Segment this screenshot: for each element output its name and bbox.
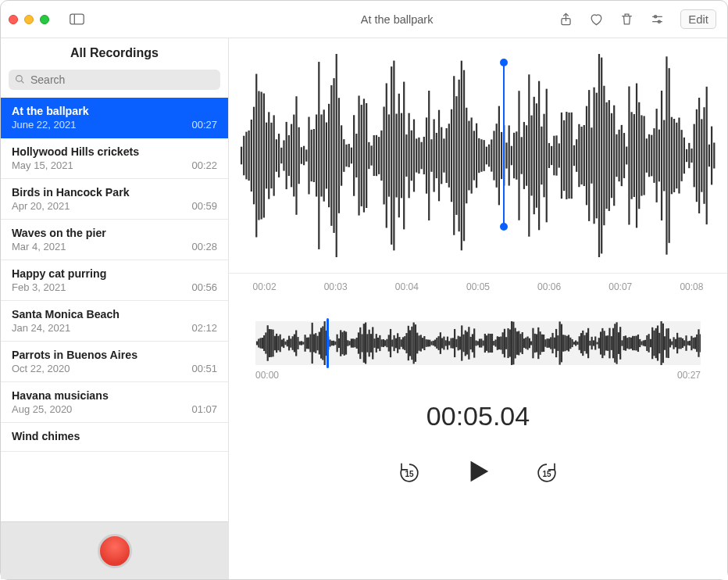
- recording-title: Santa Monica Beach: [12, 308, 217, 320]
- recording-date: June 22, 2021: [12, 119, 76, 131]
- waveform-detail[interactable]: [229, 38, 727, 273]
- svg-marker-449: [471, 461, 489, 482]
- recording-date: Aug 25, 2020: [12, 403, 72, 415]
- time-tick: 00:05: [442, 281, 513, 292]
- recording-list-item[interactable]: Happy cat purringFeb 3, 202100:56: [1, 260, 228, 301]
- recording-list-item[interactable]: Parrots in Buenos AiresOct 22, 202000:51: [1, 342, 228, 382]
- trash-icon[interactable]: [619, 12, 634, 27]
- skip-back-button[interactable]: 15: [398, 461, 421, 485]
- time-ruler: 00:0200:0300:0400:0500:0600:0700:08: [229, 273, 727, 299]
- playhead[interactable]: [503, 63, 505, 226]
- time-tick: 00:06: [514, 281, 585, 292]
- search-input[interactable]: [9, 70, 220, 90]
- overview-end-time: 00:27: [677, 370, 701, 381]
- titlebar: At the ballpark Edit: [1, 1, 727, 38]
- sidebar-title: All Recordings: [1, 38, 228, 65]
- recording-title: Happy cat purring: [12, 267, 217, 280]
- overview-start-time: 00:00: [255, 370, 279, 381]
- record-toolbar: [1, 521, 228, 579]
- minimize-window-button[interactable]: [24, 15, 34, 24]
- skip-forward-label: 15: [542, 470, 551, 478]
- favorite-icon[interactable]: [589, 12, 604, 27]
- overview-playhead[interactable]: [327, 318, 329, 368]
- recording-list-item[interactable]: Hollywood Hills cricketsMay 15, 202100:2…: [1, 138, 228, 179]
- recording-list-item[interactable]: Birds in Hancock ParkApr 20, 202100:59: [1, 179, 228, 220]
- settings-sliders-icon[interactable]: [650, 12, 665, 27]
- toggle-sidebar-button[interactable]: [70, 12, 84, 27]
- recording-duration: 00:28: [191, 241, 217, 252]
- time-tick: 00:03: [300, 281, 371, 292]
- recording-title: Parrots in Buenos Aires: [12, 349, 217, 361]
- recording-title: Birds in Hancock Park: [12, 186, 217, 199]
- window-controls: [9, 15, 49, 24]
- recording-list-item[interactable]: Havana musiciansAug 25, 202001:07: [1, 382, 228, 423]
- recording-date: Feb 3, 2021: [12, 281, 66, 293]
- recording-date: Oct 22, 2020: [12, 363, 70, 374]
- recording-duration: 00:27: [191, 119, 217, 131]
- current-time-display: 00:05.04: [229, 401, 727, 431]
- recording-list-item[interactable]: Waves on the pierMar 4, 202100:28: [1, 220, 228, 260]
- recording-duration: 00:59: [191, 200, 217, 212]
- search-icon: [15, 73, 25, 88]
- recording-date: May 15, 2021: [12, 159, 73, 171]
- time-tick: 00:07: [585, 281, 656, 292]
- recording-date: Mar 4, 2021: [12, 241, 66, 252]
- window-title: At the ballpark: [235, 13, 558, 26]
- record-button[interactable]: [98, 534, 132, 568]
- recording-duration: 00:22: [191, 159, 217, 171]
- recording-list-item[interactable]: At the ballparkJune 22, 202100:27: [1, 98, 228, 138]
- recording-duration: 00:51: [191, 363, 217, 374]
- time-tick: 00:04: [371, 281, 442, 292]
- recording-title: At the ballpark: [12, 105, 217, 117]
- transport-controls: 15 15: [229, 458, 727, 488]
- svg-line-8: [21, 81, 23, 83]
- recording-title: Wind chimes: [12, 430, 217, 442]
- share-icon[interactable]: [558, 12, 573, 27]
- svg-point-7: [16, 76, 23, 82]
- recording-title: Waves on the pier: [12, 227, 217, 239]
- recording-title: Hollywood Hills crickets: [12, 145, 217, 158]
- recording-date: Apr 20, 2021: [12, 200, 70, 212]
- recording-duration: 01:07: [191, 403, 217, 415]
- skip-back-label: 15: [405, 470, 413, 478]
- sidebar: All Recordings At the ballparkJune 22, 2…: [1, 38, 229, 579]
- edit-button[interactable]: Edit: [680, 9, 716, 29]
- recording-duration: 02:12: [191, 322, 217, 334]
- waveform-overview[interactable]: 00:00 00:27: [229, 299, 727, 381]
- editor-area: 00:0200:0300:0400:0500:0600:0700:08 00:0…: [229, 38, 727, 579]
- recording-duration: 00:56: [191, 281, 217, 293]
- time-tick: 00:02: [229, 281, 300, 292]
- recordings-list: At the ballparkJune 22, 202100:27Hollywo…: [1, 98, 228, 521]
- recording-list-item[interactable]: Wind chimes: [1, 423, 228, 452]
- recording-list-item[interactable]: Santa Monica BeachJan 24, 202102:12: [1, 301, 228, 342]
- svg-rect-0: [70, 14, 84, 24]
- close-window-button[interactable]: [9, 15, 18, 24]
- play-button[interactable]: [465, 458, 491, 488]
- time-tick: 00:08: [656, 281, 727, 292]
- skip-forward-button[interactable]: 15: [535, 461, 558, 485]
- recording-date: Jan 24, 2021: [12, 322, 70, 334]
- recording-title: Havana musicians: [12, 389, 217, 402]
- fullscreen-window-button[interactable]: [40, 15, 49, 24]
